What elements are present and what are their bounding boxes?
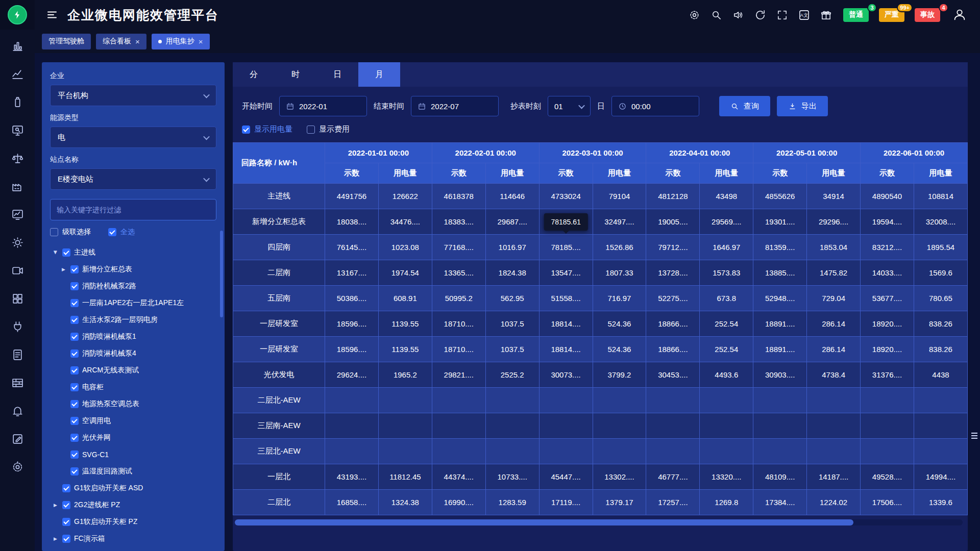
battery-icon[interactable]: [11, 96, 24, 109]
caret-right-icon[interactable]: ▶: [60, 267, 67, 272]
table-row[interactable]: 五层南50386....608.9150995.2562.9551558....…: [233, 286, 968, 311]
gear-icon[interactable]: [689, 9, 700, 21]
tree-item[interactable]: ▶生活水泵2路一层弱电房: [50, 311, 216, 328]
show-cost-option[interactable]: 显示费用: [307, 124, 350, 134]
trend-icon[interactable]: [11, 208, 24, 221]
sun-icon[interactable]: [11, 236, 24, 249]
badge-normal[interactable]: 普通3: [843, 8, 869, 22]
tree-item[interactable]: ▶一层南1APE2右一层北1APE1左: [50, 294, 216, 311]
gift-icon[interactable]: [820, 9, 832, 21]
tree-checkbox[interactable]: [70, 383, 79, 391]
tree-checkbox[interactable]: [62, 484, 70, 492]
tab-管理驾驶舱[interactable]: 管理驾驶舱: [42, 34, 91, 49]
tree-item[interactable]: ▶FC演示箱: [50, 530, 216, 547]
chart-bar-icon[interactable]: [11, 40, 24, 53]
tree-checkbox[interactable]: [70, 282, 79, 290]
horizontal-scrollbar[interactable]: [235, 519, 963, 525]
tree-checkbox[interactable]: [70, 434, 79, 442]
table-row[interactable]: 主进线4491756126622461837811464647330247910…: [233, 184, 968, 209]
volume-icon[interactable]: [732, 9, 744, 21]
menu-toggle-icon[interactable]: [46, 9, 58, 21]
translate-icon[interactable]: A文: [798, 9, 810, 21]
wall-icon[interactable]: [11, 377, 24, 389]
station-select[interactable]: E楼变电站: [50, 168, 216, 190]
tree-checkbox[interactable]: [70, 349, 79, 358]
query-button[interactable]: 查询: [719, 96, 770, 116]
table-row[interactable]: 二层北16858....1324.3816990....1283.5917119…: [233, 490, 968, 515]
select-all-checkbox[interactable]: [108, 228, 116, 236]
table-row[interactable]: 光伏发电29624....1965.229821....2525.230073.…: [233, 362, 968, 388]
start-date-input[interactable]: 2022-01: [279, 96, 367, 116]
tree-checkbox[interactable]: [70, 400, 79, 408]
granularity-tab-月[interactable]: 月: [358, 62, 400, 87]
tree-checkbox[interactable]: [70, 333, 79, 341]
show-energy-checkbox[interactable]: [242, 126, 250, 134]
tree-item[interactable]: ▶SVG-C1: [50, 446, 216, 463]
show-energy-option[interactable]: 显示用电量: [242, 124, 292, 134]
tab-用电集抄[interactable]: 用电集抄×: [152, 34, 210, 49]
tree-checkbox[interactable]: [62, 518, 70, 526]
horizontal-scrollbar-thumb[interactable]: [235, 519, 853, 525]
tree-item[interactable]: ▶消防喷淋机械泵1: [50, 328, 216, 345]
granularity-tab-分[interactable]: 分: [233, 62, 275, 87]
tree-item[interactable]: ▶2G2进线柜 PZ: [50, 496, 216, 513]
tree-item[interactable]: ▶消防栓机械泵2路: [50, 278, 216, 294]
table-row[interactable]: 二层南13167....1974.5413365....1824.3813547…: [233, 260, 968, 286]
tree-checkbox[interactable]: [70, 265, 79, 273]
tree-item[interactable]: ▶ARCM无线表测试: [50, 362, 216, 379]
tree-checkbox[interactable]: [62, 535, 70, 543]
tree-checkbox[interactable]: [70, 417, 79, 425]
tree-item[interactable]: ▶电容柜: [50, 379, 216, 395]
tree-checkbox[interactable]: [70, 299, 79, 307]
tree-checkbox[interactable]: [62, 501, 70, 509]
end-date-input[interactable]: 2022-07: [411, 96, 499, 116]
tree-item[interactable]: ▶新增分立柜总表: [50, 261, 216, 278]
table-row[interactable]: 一层研发室18596....1139.5518710....1037.51881…: [233, 311, 968, 337]
tab-close-icon[interactable]: ×: [135, 38, 140, 45]
alarm-icon[interactable]: [11, 405, 24, 417]
org-select[interactable]: 平台机构: [50, 85, 216, 106]
fullscreen-icon[interactable]: [776, 9, 788, 21]
tree-checkbox[interactable]: [62, 248, 70, 257]
tab-close-icon[interactable]: ×: [199, 38, 203, 45]
tree-checkbox[interactable]: [70, 366, 79, 374]
tree-checkbox[interactable]: [70, 450, 79, 459]
tree-checkbox[interactable]: [70, 467, 79, 475]
tree-item[interactable]: ▶温湿度回路测试: [50, 463, 216, 480]
grid-icon[interactable]: [11, 292, 24, 305]
factory-icon[interactable]: [11, 180, 24, 193]
table-row[interactable]: 四层南76145....1023.0877168....1016.9778185…: [233, 235, 968, 260]
table-row[interactable]: 新增分立柜总表18038....34476....18383....29687.…: [233, 209, 968, 235]
cascade-checkbox[interactable]: [50, 228, 58, 236]
caret-down-icon[interactable]: ▶: [53, 249, 58, 256]
tree-checkbox[interactable]: [70, 316, 79, 324]
tree-item[interactable]: ▶消防喷淋机械泵4: [50, 345, 216, 362]
panel-drag-handle[interactable]: [970, 428, 978, 444]
table-row[interactable]: 二层北-AEW: [233, 388, 968, 413]
caret-right-icon[interactable]: ▶: [52, 503, 59, 508]
tree-scrollbar[interactable]: [220, 231, 223, 317]
table-row[interactable]: 三层南-AEW: [233, 413, 968, 439]
energy-type-select[interactable]: 电: [50, 127, 216, 148]
edit-icon[interactable]: [11, 433, 24, 445]
gear-sound-icon[interactable]: [11, 461, 24, 473]
user-icon[interactable]: [952, 8, 967, 22]
tree-item[interactable]: ▶光伏并网: [50, 429, 216, 446]
plug-icon[interactable]: [11, 320, 24, 333]
granularity-tab-日[interactable]: 日: [316, 62, 358, 87]
table-row[interactable]: 一层北43193....11812.4544374....10733....45…: [233, 464, 968, 490]
caret-right-icon[interactable]: ▶: [52, 536, 59, 541]
tree-item[interactable]: ▶地源热泵空调总表: [50, 395, 216, 412]
tree-item[interactable]: ▶G1软启动开关柜 PZ: [50, 513, 216, 530]
tree-item[interactable]: ▶空调用电: [50, 412, 216, 429]
meter-day-select[interactable]: 01: [548, 96, 591, 116]
document-icon[interactable]: [11, 348, 24, 361]
table-row[interactable]: 一层研发室18596....1139.5518710....1037.51881…: [233, 337, 968, 362]
scale-icon[interactable]: [11, 152, 24, 165]
table-row[interactable]: 三层北-AEW: [233, 439, 968, 464]
granularity-tab-时[interactable]: 时: [275, 62, 316, 87]
meter-clock-input[interactable]: 00:00: [611, 96, 699, 116]
badge-accident[interactable]: 事故4: [915, 8, 940, 22]
tree-filter-input[interactable]: [57, 206, 210, 214]
tree-item[interactable]: ▶主进线: [50, 244, 216, 261]
